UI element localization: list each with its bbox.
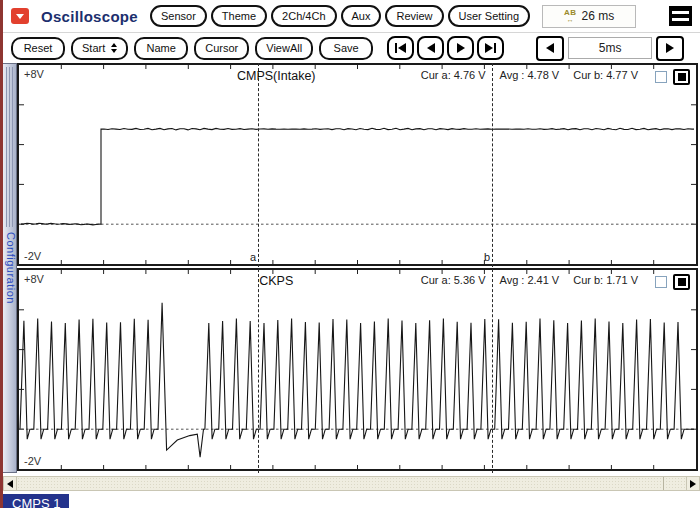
configuration-tab-label: Configuration xyxy=(3,232,17,304)
forward-icon xyxy=(457,43,465,53)
channel-1-waveform xyxy=(19,65,696,264)
channel-2-waveform xyxy=(19,270,696,469)
timebase-value: 5ms xyxy=(568,37,652,59)
channel-2-measurements: Cur a:5.36 V Avg :2.41 V Cur b:1.71 V xyxy=(421,274,638,286)
step-forward-button[interactable] xyxy=(447,36,474,60)
name-button[interactable]: Name xyxy=(134,37,188,60)
channel-1-avg-value: 4.78 V xyxy=(527,69,559,81)
scroll-left-button[interactable] xyxy=(3,476,17,491)
cursor-a-label: a xyxy=(250,251,256,263)
channel-1-title: CMPS(Intake) xyxy=(237,69,316,83)
skip-end-icon xyxy=(485,43,493,53)
skip-end-button[interactable] xyxy=(477,36,504,60)
playback-controls xyxy=(387,36,504,60)
timebase-control: 5ms xyxy=(536,36,684,61)
reset-button[interactable]: Reset xyxy=(11,37,65,60)
oscilloscope-window: Oscilloscope Sensor Theme 2Ch/4Ch Aux Re… xyxy=(0,0,700,508)
start-button[interactable]: Start xyxy=(71,37,128,60)
channel-1-measurements: Cur a:4.76 V Avg :4.78 V Cur b:4.77 V xyxy=(421,69,638,81)
channel-1-checkbox-checked[interactable] xyxy=(673,69,690,85)
hamburger-menu-icon[interactable] xyxy=(669,6,692,26)
cursor-b-label: b xyxy=(484,251,490,263)
second-toolbar: Reset Start Name Cursor ViewAll Save 5ms xyxy=(3,33,700,63)
theme-button[interactable]: Theme xyxy=(211,5,267,27)
page-title: Oscilloscope xyxy=(41,8,138,25)
skip-start-button[interactable] xyxy=(387,36,414,60)
channel-mode-button[interactable]: 2Ch/4Ch xyxy=(271,5,336,27)
ab-cursor-icon: AB ↔ xyxy=(564,9,577,23)
timebase-increase-button[interactable] xyxy=(656,36,684,61)
cursor-button[interactable]: Cursor xyxy=(194,37,249,60)
cursor-time-display: AB ↔ 26 ms xyxy=(542,5,636,28)
timebase-decrease-button[interactable] xyxy=(536,36,564,61)
channel-2-cur-a-value: 5.36 V xyxy=(454,274,486,286)
top-toolbar: Oscilloscope Sensor Theme 2Ch/4Ch Aux Re… xyxy=(3,0,700,33)
channel-2-cur-b-value: 1.71 V xyxy=(606,274,638,286)
cursor-time-value: 26 ms xyxy=(582,9,615,23)
channel-1-plot[interactable]: +8V -2V CMPS(Intake) Cur a:4.76 V Avg :4… xyxy=(17,63,698,266)
right-triangle-icon xyxy=(666,43,674,53)
aux-button[interactable]: Aux xyxy=(341,5,382,27)
save-button[interactable]: Save xyxy=(319,37,373,60)
horizontal-scrollbar xyxy=(3,476,700,491)
channel-1-cur-b-value: 4.77 V xyxy=(606,69,638,81)
channel-1-checkbox-unchecked[interactable] xyxy=(655,71,667,83)
review-button[interactable]: Review xyxy=(385,5,443,27)
bottom-bar: CMPS 1 xyxy=(3,493,700,508)
skip-start-icon xyxy=(398,43,406,53)
channel-2-avg-value: 2.41 V xyxy=(527,274,559,286)
scrollbar-track[interactable] xyxy=(17,476,686,491)
main-area: Configuration +8V -2V CMPS(Intake) Cur a… xyxy=(3,63,700,473)
viewall-button[interactable]: ViewAll xyxy=(255,37,313,60)
scroll-left-icon xyxy=(7,480,13,488)
scroll-right-icon xyxy=(690,480,696,488)
back-icon xyxy=(427,43,435,53)
app-dropdown-icon[interactable] xyxy=(11,8,29,24)
left-triangle-icon xyxy=(546,43,554,53)
user-setting-button[interactable]: User Setting xyxy=(448,5,531,27)
grip-lines xyxy=(5,67,14,227)
channel-2-plot[interactable]: +8V -2V CKPS Cur a:5.36 V Avg :2.41 V Cu… xyxy=(17,268,698,471)
cursor-b-line[interactable] xyxy=(492,63,493,473)
scrollbar-thumb[interactable] xyxy=(17,477,664,490)
channel-1-vmin-label: -2V xyxy=(24,250,41,262)
cursor-a-line[interactable] xyxy=(258,63,259,473)
channel-2-checkbox-unchecked[interactable] xyxy=(655,276,667,288)
down-triangle-icon xyxy=(16,14,24,19)
configuration-tab[interactable]: Configuration xyxy=(3,63,17,473)
channel-2-title: CKPS xyxy=(259,274,293,288)
selected-channel-badge: CMPS 1 xyxy=(3,494,69,508)
scroll-right-button[interactable] xyxy=(686,476,700,491)
sensor-button[interactable]: Sensor xyxy=(150,5,207,27)
channel-2-vmin-label: -2V xyxy=(24,455,41,467)
spinner-arrows-icon[interactable] xyxy=(111,43,117,53)
channel-2-vmax-label: +8V xyxy=(24,273,44,285)
scope-plots: +8V -2V CMPS(Intake) Cur a:4.76 V Avg :4… xyxy=(17,63,698,473)
channel-1-cur-a-value: 4.76 V xyxy=(454,69,486,81)
channel-1-vmax-label: +8V xyxy=(24,68,44,80)
step-back-button[interactable] xyxy=(417,36,444,60)
channel-2-checkbox-checked[interactable] xyxy=(673,274,690,290)
